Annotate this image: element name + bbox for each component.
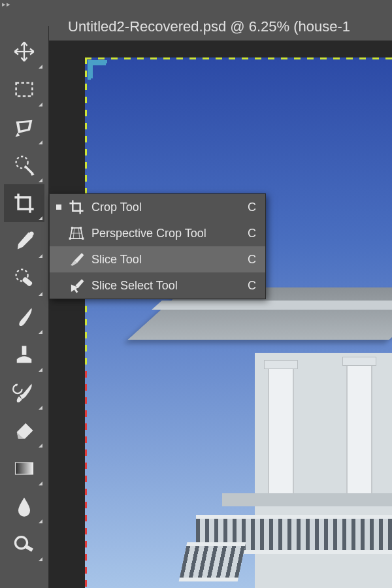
svg-rect-5 <box>22 346 27 355</box>
flyout-item-perspective-crop-tool[interactable]: Perspective Crop Tool C <box>50 220 265 246</box>
flyout-item-label: Crop Tool <box>91 201 228 214</box>
document-tab-label: Untitled2-Recovered.psd @ 6.25% (house-1 <box>68 18 350 35</box>
lasso-icon <box>12 116 36 139</box>
blur-icon <box>12 495 36 518</box>
svg-rect-0 <box>16 83 33 96</box>
brush-tool[interactable] <box>4 298 44 336</box>
spot-healing-brush-tool[interactable] <box>4 260 44 298</box>
flyout-item-slice-tool[interactable]: Slice Tool C <box>50 246 265 272</box>
flyout-item-shortcut: C <box>235 279 256 293</box>
panel-collapse-toggle[interactable]: ▸▸ <box>2 0 11 8</box>
flyout-indicator-icon <box>39 65 42 69</box>
flyout-indicator-icon <box>39 406 42 410</box>
flyout-item-shortcut: C <box>235 227 256 240</box>
flyout-item-label: Slice Select Tool <box>91 279 228 293</box>
eraser-icon <box>12 419 36 442</box>
slice-select-icon <box>68 277 85 294</box>
svg-rect-6 <box>16 463 33 474</box>
quick-selection-tool[interactable] <box>4 146 44 184</box>
eraser-tool[interactable] <box>4 412 44 449</box>
flyout-item-shortcut: C <box>235 201 256 214</box>
flyout-indicator-icon <box>39 254 42 258</box>
svg-rect-11 <box>69 238 71 240</box>
healing-brush-icon <box>12 267 36 291</box>
image-content <box>170 261 392 588</box>
gradient-icon <box>12 457 36 480</box>
dodge-icon <box>12 532 36 556</box>
svg-rect-9 <box>71 227 73 229</box>
move-tool[interactable] <box>4 33 44 71</box>
crop-tool[interactable] <box>4 184 44 222</box>
marquee-icon <box>12 78 36 101</box>
slice-icon <box>68 251 85 268</box>
flyout-indicator-icon <box>39 140 42 144</box>
svg-rect-12 <box>82 238 84 240</box>
perspective-crop-icon <box>68 225 85 242</box>
svg-point-2 <box>29 231 34 236</box>
flyout-indicator-icon <box>39 368 42 372</box>
gradient-tool[interactable] <box>4 449 44 487</box>
flyout-item-slice-select-tool[interactable]: Slice Select Tool C <box>50 272 265 299</box>
blur-tool[interactable] <box>4 487 44 525</box>
clone-stamp-icon <box>12 343 36 367</box>
tools-panel <box>0 26 49 588</box>
crop-icon <box>68 199 85 216</box>
flyout-indicator-icon <box>39 216 42 220</box>
lasso-tool[interactable] <box>4 108 44 146</box>
history-brush-tool[interactable] <box>4 374 44 412</box>
selected-indicator-icon <box>56 283 61 288</box>
flyout-indicator-icon <box>39 178 42 182</box>
selected-indicator-icon <box>56 204 61 210</box>
crop-tool-flyout: Crop Tool C Perspective Crop Tool C Slic… <box>49 193 266 299</box>
flyout-indicator-icon <box>39 103 42 106</box>
canvas[interactable] <box>85 57 392 588</box>
svg-rect-4 <box>22 276 33 287</box>
brush-icon <box>12 305 36 329</box>
flyout-indicator-icon <box>39 330 42 334</box>
flyout-indicator-icon <box>39 292 42 296</box>
crop-icon <box>12 191 36 215</box>
history-brush-icon <box>12 381 36 404</box>
flyout-indicator-icon <box>39 444 42 448</box>
dodge-tool[interactable] <box>4 525 44 563</box>
flyout-item-label: Slice Tool <box>91 253 228 267</box>
document-area <box>49 41 392 588</box>
flyout-item-label: Perspective Crop Tool <box>91 227 228 240</box>
move-icon <box>12 40 36 63</box>
document-tab[interactable]: Untitled2-Recovered.psd @ 6.25% (house-1 <box>52 13 392 41</box>
flyout-indicator-icon <box>39 519 42 523</box>
flyout-item-shortcut: C <box>235 253 256 267</box>
clone-stamp-tool[interactable] <box>4 336 44 374</box>
eyedropper-icon <box>12 229 36 253</box>
selected-indicator-icon <box>56 231 61 236</box>
eyedropper-tool[interactable] <box>4 222 44 260</box>
flyout-indicator-icon <box>39 482 42 485</box>
svg-rect-8 <box>24 544 33 552</box>
svg-rect-10 <box>80 227 82 229</box>
quick-selection-icon <box>12 154 36 177</box>
selected-indicator-icon <box>56 257 61 262</box>
flyout-indicator-icon <box>39 557 42 561</box>
rectangular-marquee-tool[interactable] <box>4 71 44 108</box>
flyout-item-crop-tool[interactable]: Crop Tool C <box>50 194 265 220</box>
